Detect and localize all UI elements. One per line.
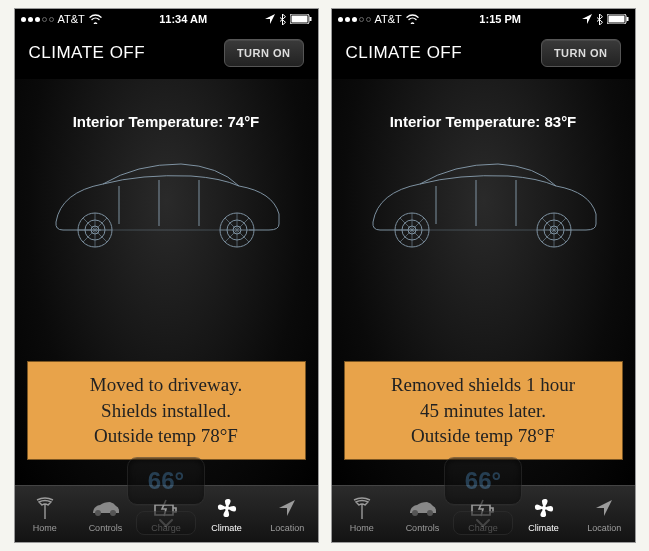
phone-screen-left: AT&T 11:34 AM CLIMATE OFF TURN ON Interi…	[14, 8, 319, 543]
wifi-icon	[406, 14, 419, 24]
tab-label: Home	[350, 523, 374, 533]
svg-point-9	[95, 510, 101, 516]
dial-value: 66°	[127, 457, 205, 505]
annotation-overlay: Moved to driveway. Shields installed. Ou…	[27, 361, 306, 460]
carrier-label: AT&T	[375, 13, 402, 25]
temperature-dial[interactable]: 66°	[437, 457, 529, 535]
dial-down-button[interactable]	[136, 511, 196, 535]
tab-home[interactable]: Home	[332, 486, 393, 542]
status-bar: AT&T 11:34 AM	[15, 9, 318, 29]
turn-on-button[interactable]: TURN ON	[541, 39, 621, 67]
tab-location[interactable]: Location	[257, 486, 318, 542]
annotation-line: 45 minutes later.	[353, 398, 614, 424]
turn-on-button[interactable]: TURN ON	[224, 39, 304, 67]
dial-value: 66°	[444, 457, 522, 505]
battery-icon	[607, 14, 629, 24]
status-bar: AT&T 1:15 PM	[332, 9, 635, 29]
svg-rect-13	[608, 16, 624, 23]
interior-temperature-label: Interior Temperature: 83°F	[390, 113, 577, 130]
svg-point-10	[110, 510, 116, 516]
tab-label: Location	[270, 523, 304, 533]
tab-label: Climate	[528, 523, 559, 533]
bluetooth-icon	[279, 14, 286, 25]
tab-location[interactable]: Location	[574, 486, 635, 542]
car-wireframe-image	[41, 144, 291, 252]
car-wireframe-image	[358, 144, 608, 252]
annotation-line: Shields installed.	[36, 398, 297, 424]
location-arrow-icon	[277, 495, 297, 521]
wifi-icon	[89, 14, 102, 24]
tesla-logo-icon	[35, 495, 55, 521]
car-icon	[407, 495, 437, 521]
tab-label: Location	[587, 523, 621, 533]
svg-point-21	[412, 510, 418, 516]
fan-icon	[215, 495, 239, 521]
location-services-icon	[582, 14, 592, 24]
fan-icon	[532, 495, 556, 521]
header-row: CLIMATE OFF TURN ON	[15, 29, 318, 79]
battery-icon	[290, 14, 312, 24]
location-arrow-icon	[594, 495, 614, 521]
annotation-line: Outside temp 78°F	[353, 423, 614, 449]
bluetooth-icon	[596, 14, 603, 25]
status-time: 11:34 AM	[159, 13, 207, 25]
interior-temperature-label: Interior Temperature: 74°F	[73, 113, 260, 130]
tab-home[interactable]: Home	[15, 486, 76, 542]
carrier-label: AT&T	[58, 13, 85, 25]
svg-point-22	[427, 510, 433, 516]
svg-rect-2	[309, 17, 311, 21]
tab-label: Climate	[211, 523, 242, 533]
header-row: CLIMATE OFF TURN ON	[332, 29, 635, 79]
tesla-logo-icon	[352, 495, 372, 521]
annotation-overlay: Removed shields 1 hour 45 minutes later.…	[344, 361, 623, 460]
location-services-icon	[265, 14, 275, 24]
annotation-line: Moved to driveway.	[36, 372, 297, 398]
main-area: Interior Temperature: 83°F	[332, 79, 635, 485]
page-title: CLIMATE OFF	[29, 43, 146, 63]
svg-rect-14	[626, 17, 628, 21]
temperature-dial[interactable]: 66°	[120, 457, 212, 535]
tab-label: Controls	[406, 523, 440, 533]
annotation-line: Removed shields 1 hour	[353, 372, 614, 398]
status-time: 1:15 PM	[479, 13, 521, 25]
dial-down-button[interactable]	[453, 511, 513, 535]
signal-dots-icon	[21, 17, 54, 22]
tab-label: Home	[33, 523, 57, 533]
phone-screen-right: AT&T 1:15 PM CLIMATE OFF TURN ON Interio…	[331, 8, 636, 543]
page-title: CLIMATE OFF	[346, 43, 463, 63]
annotation-line: Outside temp 78°F	[36, 423, 297, 449]
tab-label: Controls	[89, 523, 123, 533]
main-area: Interior Temperature: 74°F	[15, 79, 318, 485]
signal-dots-icon	[338, 17, 371, 22]
svg-rect-1	[291, 16, 307, 23]
car-icon	[90, 495, 120, 521]
